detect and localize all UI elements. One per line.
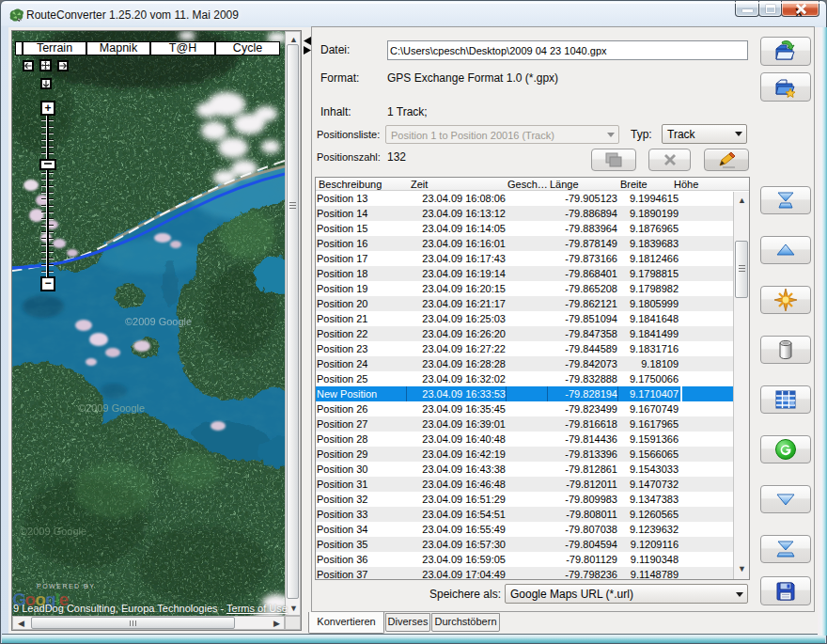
svg-text:©2009 Google: ©2009 Google <box>20 526 86 537</box>
svg-text:©2009 Google: ©2009 Google <box>125 316 192 327</box>
svg-text:©2009 Google: ©2009 Google <box>78 402 145 414</box>
